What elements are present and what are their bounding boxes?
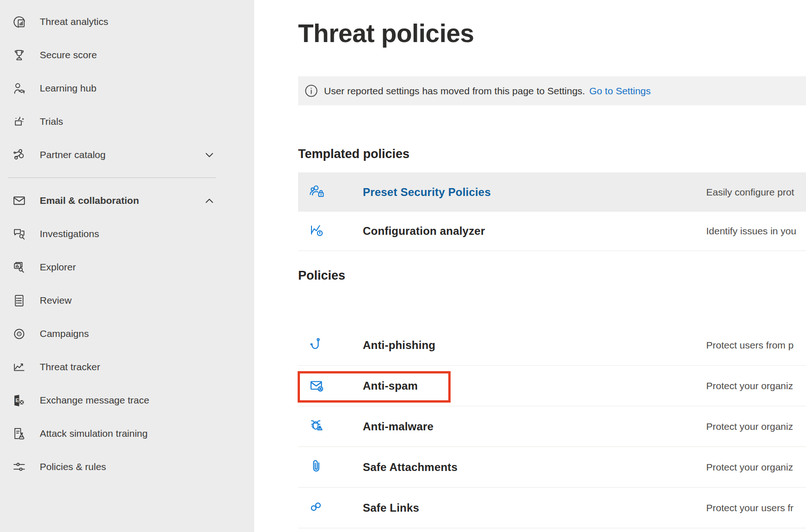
sidebar-item-label: Attack simulation training (40, 428, 147, 439)
sidebar: Threat analytics Secure score Learning h… (0, 0, 254, 532)
sidebar-item-exchange-message-trace[interactable]: E Exchange message trace (0, 384, 254, 417)
sidebar-item-secure-score[interactable]: Secure score (0, 38, 254, 72)
info-banner: User reported settings has moved from th… (298, 76, 806, 105)
policy-section: Templated policies Preset Security Polic… (298, 146, 806, 251)
policy-sections: Templated policies Preset Security Polic… (298, 146, 806, 528)
sidebar-item-label: Investigations (40, 228, 99, 239)
trials-icon (12, 114, 27, 129)
policy-row-description: Easily configure prot (706, 187, 794, 198)
sidebar-item-review[interactable]: Review (0, 284, 254, 317)
sidebar-item-threat-analytics[interactable]: Threat analytics (0, 5, 254, 38)
sidebar-item-label: Review (40, 295, 72, 306)
investigations-icon (12, 226, 27, 242)
sidebar-item-attack-simulation-training[interactable]: Attack simulation training (0, 417, 254, 450)
policy-row-list: Anti-phishing Protect users from p Anti-… (298, 325, 806, 528)
sidebar-item-trials[interactable]: Trials (0, 105, 254, 138)
sidebar-item-list: Threat analytics Secure score Learning h… (0, 5, 254, 483)
safe-attachments-icon (308, 458, 327, 477)
sidebar-item-label: Campaigns (40, 328, 89, 339)
sidebar-item-email-collaboration[interactable]: Email & collaboration (0, 184, 254, 217)
policy-row-description: Protect your users fr (706, 502, 794, 514)
policy-row-description: Identify issues in you (706, 226, 796, 237)
main-content: Threat policies User reported settings h… (254, 0, 806, 532)
policy-row-description: Protect your organiz (706, 421, 793, 432)
sidebar-item-label: Trials (40, 116, 63, 127)
policy-row-label: Configuration analyzer (363, 225, 485, 238)
policy-row-label: Anti-phishing (363, 339, 435, 352)
sidebar-item-label: Partner catalog (40, 149, 105, 160)
page-title: Threat policies (298, 18, 806, 48)
chevron-up-icon[interactable] (204, 195, 215, 206)
sidebar-item-label: Learning hub (40, 83, 97, 94)
anti-malware-icon (308, 417, 327, 436)
policy-row-list: Preset Security Policies Easily configur… (298, 172, 806, 251)
sidebar-item-label: Explorer (40, 262, 76, 273)
policy-row-description: Protect your organiz (706, 380, 793, 391)
section-heading-policies: Policies (298, 268, 806, 283)
policy-row-anti-phishing[interactable]: Anti-phishing Protect users from p (298, 325, 806, 366)
sidebar-item-investigations[interactable]: Investigations (0, 217, 254, 251)
app-root: Threat analytics Secure score Learning h… (0, 0, 806, 532)
threat-analytics-icon (12, 14, 27, 30)
chevron-down-icon[interactable] (204, 149, 215, 160)
section-heading-templated-policies: Templated policies (298, 146, 806, 162)
policy-row-anti-spam[interactable]: Anti-spam Protect your organiz (298, 366, 806, 406)
banner-text: User reported settings has moved from th… (324, 86, 585, 97)
policy-row-description: Protect users from p (706, 340, 794, 351)
sidebar-item-label: Exchange message trace (40, 395, 149, 406)
sidebar-item-label: Threat analytics (40, 16, 108, 27)
threat-tracker-icon (12, 360, 27, 375)
policy-row-label: Anti-spam (363, 379, 418, 392)
go-to-settings-link[interactable]: Go to Settings (589, 86, 651, 97)
sidebar-item-label: Email & collaboration (40, 195, 139, 206)
policy-row-anti-malware[interactable]: Anti-malware Protect your organiz (298, 406, 806, 447)
policy-row-label: Preset Security Policies (363, 186, 491, 199)
sidebar-item-explorer[interactable]: Explorer (0, 251, 254, 284)
anti-phishing-icon (308, 336, 327, 355)
policy-row-preset-security-policies[interactable]: Preset Security Policies Easily configur… (298, 172, 806, 212)
secure-score-icon (12, 48, 27, 63)
campaigns-icon (12, 326, 27, 342)
safe-links-icon (308, 499, 327, 517)
sidebar-item-label: Threat tracker (40, 361, 100, 373)
sidebar-item-label: Secure score (40, 49, 97, 61)
learning-hub-icon (12, 81, 27, 96)
anti-spam-icon (308, 377, 327, 395)
policy-section: Policies Anti-phishing Protect users fro… (298, 268, 806, 528)
sidebar-item-learning-hub[interactable]: Learning hub (0, 72, 254, 105)
policy-row-label: Anti-malware (363, 420, 434, 433)
policy-row-label: Safe Links (363, 501, 419, 514)
partner-catalog-icon (12, 147, 27, 163)
explorer-icon (12, 260, 27, 275)
policies-rules-icon (12, 459, 27, 475)
svg-text:E: E (15, 397, 19, 403)
preset-security-policies-icon (308, 183, 327, 202)
attack-simulation-training-icon (12, 426, 27, 441)
policy-row-safe-attachments[interactable]: Safe Attachments Protect your organiz (298, 447, 806, 488)
sidebar-divider (8, 177, 216, 178)
sidebar-item-policies-rules[interactable]: Policies & rules (0, 450, 254, 483)
info-icon (304, 84, 318, 98)
exchange-message-trace-icon: E (12, 393, 27, 408)
configuration-analyzer-icon (308, 222, 327, 240)
sidebar-item-partner-catalog[interactable]: Partner catalog (0, 138, 254, 171)
review-icon (12, 293, 27, 308)
sidebar-item-threat-tracker[interactable]: Threat tracker (0, 350, 254, 384)
policy-row-safe-links[interactable]: Safe Links Protect your users fr (298, 488, 806, 528)
policy-row-description: Protect your organiz (706, 462, 793, 473)
sidebar-item-label: Policies & rules (40, 461, 106, 472)
email-collaboration-icon (12, 193, 27, 208)
policy-row-label: Safe Attachments (363, 461, 458, 474)
policy-row-configuration-analyzer[interactable]: Configuration analyzer Identify issues i… (298, 212, 806, 251)
sidebar-item-campaigns[interactable]: Campaigns (0, 317, 254, 350)
